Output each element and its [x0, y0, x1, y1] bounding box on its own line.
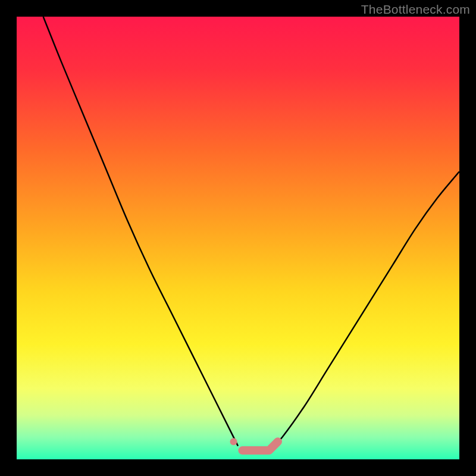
plot-area: [17, 17, 459, 459]
gradient-background: [17, 17, 459, 459]
valley-dot-icon: [230, 438, 237, 445]
plot-svg: [17, 17, 459, 459]
watermark-text: TheBottleneck.com: [361, 2, 470, 17]
chart-frame: TheBottleneck.com: [0, 0, 476, 476]
